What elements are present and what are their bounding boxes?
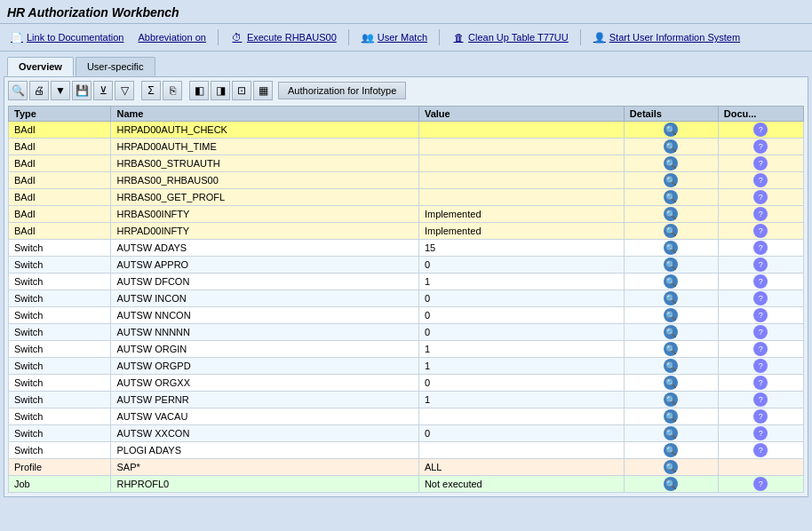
help-icon[interactable]: ?	[753, 190, 768, 204]
table-row: SwitchAUTSW VACAU🔍?	[9, 408, 804, 425]
cell-value: 0	[418, 257, 624, 273]
detail-icon[interactable]: 🔍	[664, 224, 678, 238]
auth-infotype-btn[interactable]: Authorization for Infotype	[278, 82, 406, 99]
help-icon[interactable]: ?	[753, 224, 768, 238]
detail-icon[interactable]: 🔍	[664, 274, 678, 289]
cell-name: AUTSW ADAYS	[111, 240, 418, 257]
help-icon[interactable]: ?	[753, 359, 768, 373]
tab-user-specific[interactable]: User-specific	[76, 57, 155, 76]
detail-icon[interactable]: 🔍	[664, 342, 678, 356]
help-icon[interactable]: ?	[753, 325, 768, 339]
cell-name: RHPROFL0	[111, 476, 418, 493]
tab-overview[interactable]: Overview	[7, 57, 74, 76]
nav4-btn[interactable]: ▦	[253, 81, 273, 100]
help-icon[interactable]: ?	[753, 342, 768, 356]
detail-icon[interactable]: 🔍	[664, 241, 678, 255]
help-icon[interactable]: ?	[753, 258, 768, 272]
detail-icon[interactable]: 🔍	[664, 258, 678, 272]
main-toolbar: 📄 Link to Documentation Abbreviation on …	[0, 24, 812, 52]
detail-icon[interactable]: 🔍	[664, 190, 678, 204]
detail-icon[interactable]: 🔍	[664, 173, 678, 187]
cell-docu: ?	[718, 189, 803, 206]
abbr-on-button[interactable]: Abbreviation on	[133, 29, 210, 45]
user-match-button[interactable]: 👥 User Match	[356, 28, 432, 47]
help-icon[interactable]: ?	[753, 123, 768, 137]
sum-btn[interactable]: Σ	[141, 81, 161, 100]
cell-name: HRPAD00INFTY	[111, 223, 418, 240]
col-header-type: Type	[9, 107, 111, 122]
help-icon[interactable]: ?	[753, 409, 768, 424]
filter3-btn[interactable]: ▽	[115, 81, 134, 100]
cell-docu: ?	[718, 392, 803, 408]
help-icon[interactable]: ?	[753, 139, 768, 154]
help-icon[interactable]: ?	[753, 173, 768, 187]
cell-details: 🔍	[624, 324, 718, 341]
execute-label: Execute RHBAUS00	[247, 32, 337, 43]
clean-up-button[interactable]: 🗑 Clean Up Table T77UU	[447, 28, 573, 47]
detail-icon[interactable]: 🔍	[664, 139, 678, 154]
help-icon[interactable]: ?	[753, 156, 768, 170]
detail-icon[interactable]: 🔍	[664, 156, 678, 170]
help-icon[interactable]: ?	[753, 443, 768, 457]
nav2-btn[interactable]: ◨	[211, 81, 230, 100]
search-btn[interactable]: 🔍	[8, 81, 28, 100]
detail-icon[interactable]: 🔍	[664, 207, 678, 221]
nav3-btn[interactable]: ⊡	[232, 81, 251, 100]
cell-details: 🔍	[624, 122, 718, 139]
help-icon[interactable]: ?	[753, 376, 768, 390]
cell-name: HRPAD00AUTH_CHECK	[111, 122, 418, 139]
detail-icon[interactable]: 🔍	[664, 443, 678, 457]
help-icon[interactable]: ?	[753, 274, 768, 289]
nav1-btn[interactable]: ◧	[189, 81, 209, 100]
table-row: SwitchAUTSW ADAYS15🔍?	[9, 240, 804, 257]
detail-icon[interactable]: 🔍	[664, 460, 678, 474]
cell-name: AUTSW VACAU	[111, 408, 418, 425]
help-icon[interactable]: ?	[753, 392, 768, 407]
cell-type: Switch	[9, 324, 111, 341]
table-row: SwitchAUTSW XXCON0🔍?	[9, 425, 804, 442]
table-row: BAdIHRBAS00INFTYImplemented🔍?	[9, 206, 804, 223]
cell-value: Implemented	[418, 206, 624, 223]
cell-docu: ?	[718, 257, 803, 273]
detail-icon[interactable]: 🔍	[664, 426, 678, 440]
detail-icon[interactable]: 🔍	[664, 325, 678, 339]
toolbar-sep-4	[580, 29, 581, 45]
help-icon[interactable]: ?	[753, 291, 768, 305]
execute-button[interactable]: ⏱ Execute RHBAUS00	[226, 28, 341, 47]
detail-icon[interactable]: 🔍	[664, 477, 678, 491]
table-row: BAdIHRPAD00AUTH_TIME🔍?	[9, 139, 804, 155]
cell-type: Profile	[9, 459, 111, 476]
cell-type: Switch	[9, 392, 111, 408]
detail-icon[interactable]: 🔍	[664, 392, 678, 407]
detail-icon[interactable]: 🔍	[664, 359, 678, 373]
help-icon[interactable]: ?	[753, 207, 768, 221]
cell-type: Switch	[9, 240, 111, 257]
help-icon[interactable]: ?	[753, 308, 768, 322]
cell-value: 0	[418, 324, 624, 341]
cell-name: AUTSW ORGPD	[111, 358, 418, 375]
save-btn[interactable]: 💾	[72, 81, 92, 100]
title-bar: HR Authorization Workbench	[0, 0, 812, 24]
help-icon[interactable]: ?	[753, 426, 768, 440]
filter2-btn[interactable]: ⊻	[93, 81, 113, 100]
cell-name: AUTSW XXCON	[111, 425, 418, 442]
copy-btn[interactable]: ⎘	[163, 81, 182, 100]
table-header-row: Type Name Value Details Docu...	[9, 107, 804, 122]
filter-btn[interactable]: ▼	[51, 81, 70, 100]
start-user-button[interactable]: 👤 Start User Information System	[588, 28, 744, 47]
toolbar-sep-1	[218, 29, 219, 45]
cell-name: HRBAS00_STRUAUTH	[111, 155, 418, 172]
link-doc-button[interactable]: 📄 Link to Documentation	[5, 28, 128, 47]
detail-icon[interactable]: 🔍	[664, 123, 678, 137]
table-wrapper: Type Name Value Details Docu... BAdIHRPA…	[8, 106, 804, 493]
help-icon[interactable]: ?	[753, 477, 768, 491]
detail-icon[interactable]: 🔍	[664, 291, 678, 305]
print-btn[interactable]: 🖨	[29, 81, 49, 100]
detail-icon[interactable]: 🔍	[664, 376, 678, 390]
detail-icon[interactable]: 🔍	[664, 409, 678, 424]
table-row: ProfileSAP*ALL🔍	[9, 459, 804, 476]
table-row: SwitchAUTSW APPRO0🔍?	[9, 257, 804, 273]
cell-value: ALL	[418, 459, 624, 476]
help-icon[interactable]: ?	[753, 241, 768, 255]
detail-icon[interactable]: 🔍	[664, 308, 678, 322]
